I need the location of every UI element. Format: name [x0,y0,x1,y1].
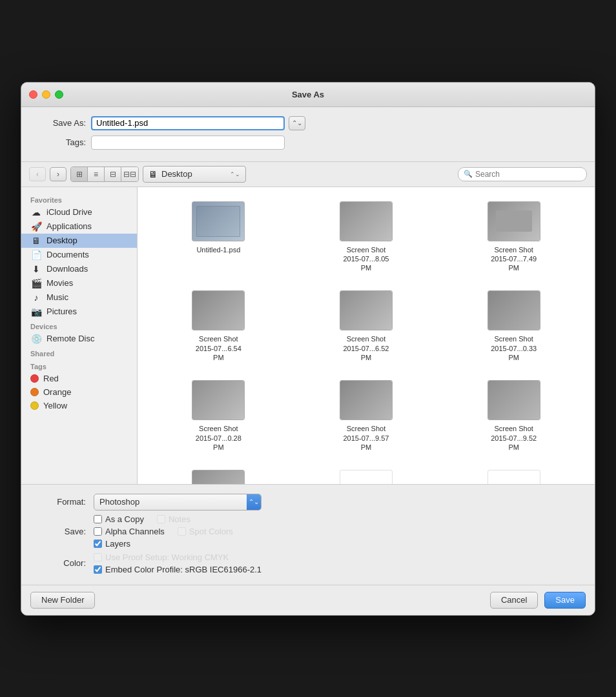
notes-label: Notes [169,514,190,524]
alpha-channels-checkbox-item[interactable]: Alpha Channels [94,527,165,536]
sidebar-item-tag-yellow[interactable]: Yellow [21,399,137,412]
file-item-ss3[interactable]: Screen Shot2015-07...6.54 PM [148,287,289,366]
location-selector[interactable]: 🖥 Desktop ⌃⌄ [143,166,246,183]
sidebar-item-tag-red[interactable]: Red [21,372,137,385]
back-button[interactable]: ‹ [29,167,46,181]
view-buttons: ⊞ ≡ ⊟ ⊟⊟ [70,167,139,182]
use-proof-setup-checkbox [94,553,102,561]
sidebar-item-applications[interactable]: 🚀 Applications [21,219,137,234]
file-thumb-ss2 [488,201,540,241]
color-row: Color: Use Proof Setup: Working CMYK Emb… [34,552,582,574]
sidebar-item-desktop[interactable]: 🖥 Desktop [21,234,137,248]
layers-checkbox-item[interactable]: Layers [94,539,130,549]
view-icon-button[interactable]: ⊞ [71,167,88,181]
spot-colors-checkbox [178,527,186,536]
save-options-row: Save: As a Copy Notes Alpha Channels [34,514,582,549]
search-box[interactable]: 🔍 [458,167,587,181]
embed-color-profile-checkbox[interactable] [94,565,102,574]
sidebar-item-pictures-label: Pictures [46,307,77,316]
expand-button[interactable]: ⌃⌄ [289,116,305,130]
file-thumb-placeholder1 [340,470,393,483]
pictures-icon: 📷 [30,307,42,317]
sidebar-item-movies[interactable]: 🎬 Movies [21,276,137,290]
alpha-channels-checkbox[interactable] [94,527,102,536]
alpha-channels-label: Alpha Channels [105,527,165,536]
save-button[interactable]: Save [544,592,586,609]
top-section: Save As: ⌃⌄ Tags: [21,107,595,162]
file-item-ss6[interactable]: Screen Shot2015-07...0.28 PM [148,376,289,456]
search-input[interactable] [475,170,581,179]
sidebar-item-downloads[interactable]: ⬇ Downloads [21,262,137,276]
content-area: Favorites ☁ iCloud Drive 🚀 Applications … [21,187,595,484]
close-button[interactable] [29,90,37,99]
traffic-lights [29,90,63,99]
toolbar: ‹ › ⊞ ≡ ⊟ ⊟⊟ 🖥 Desktop ⌃⌄ 🔍 [21,162,595,187]
file-item-ss4[interactable]: Screen Shot2015-07...6.52 PM [296,287,437,366]
sidebar-item-applications-label: Applications [46,221,92,231]
cancel-button[interactable]: Cancel [490,592,538,609]
tags-row: Tags: [34,136,582,150]
file-thumb-psd [192,201,245,241]
forward-button[interactable]: › [50,167,67,181]
file-item-ss1[interactable]: Screen Shot2015-07...8.05 PM [296,197,437,277]
documents-icon: 📄 [30,250,42,260]
view-columns-button[interactable]: ⊟ [105,167,121,181]
file-item-ss7[interactable]: Screen Shot2015-07...9.57 PM [296,376,437,456]
file-thumb-ss1 [340,201,393,241]
layers-checkbox[interactable] [94,540,102,548]
color-label: Color: [34,558,86,568]
as-copy-checkbox[interactable] [94,515,102,523]
sidebar-item-documents[interactable]: 📄 Documents [21,248,137,262]
save-as-row: Save As: ⌃⌄ [34,116,582,130]
minimize-button[interactable] [42,90,50,99]
sidebar-item-music[interactable]: ♪ Music [21,290,137,305]
save-options-label: Save: [34,527,86,536]
sidebar-item-pictures[interactable]: 📷 Pictures [21,305,137,319]
sidebar-item-remote-disc-label: Remote Disc [46,334,94,343]
file-item-psd[interactable]: Untitled-1.psd [148,197,289,277]
maximize-button[interactable] [55,90,63,99]
sidebar: Favorites ☁ iCloud Drive 🚀 Applications … [21,187,138,484]
file-thumb-ss4 [340,290,393,330]
icloud-icon: ☁ [30,207,42,217]
yellow-tag-dot [30,401,39,410]
filename-input[interactable] [91,116,285,130]
file-label-ss1: Screen Shot2015-07...8.05 PM [337,245,395,273]
footer-buttons: New Folder Cancel Save [21,585,595,615]
new-folder-button[interactable]: New Folder [30,592,95,609]
file-item-ss8[interactable]: Screen Shot2015-07...9.52 PM [443,376,584,456]
sidebar-item-downloads-label: Downloads [46,264,88,274]
tags-label: Tags: [34,137,86,147]
file-item-ss5[interactable]: Screen Shot2015-07...0.33 PM [443,287,584,366]
search-icon: 🔍 [464,170,473,178]
sidebar-item-remote-disc[interactable]: 💿 Remote Disc [21,332,137,346]
sidebar-item-icloud[interactable]: ☁ iCloud Drive [21,205,137,219]
use-proof-setup-label: Use Proof Setup: Working CMYK [105,552,229,562]
layers-label: Layers [105,539,130,549]
file-item-placeholder2 [443,466,584,483]
spot-colors-label: Spot Colors [189,527,233,536]
tag-red-label: Red [43,374,59,383]
notes-checkbox-item: Notes [157,514,190,524]
files-grid: Untitled-1.psd Screen Shot2015-07...8.05… [148,197,584,484]
view-cover-button[interactable]: ⊟⊟ [121,167,138,181]
file-item-ss9[interactable] [148,466,289,483]
embed-color-profile-checkbox-item[interactable]: Embed Color Profile: sRGB IEC61966-2.1 [94,565,262,574]
as-copy-checkbox-item[interactable]: As a Copy [94,514,144,524]
file-thumb-ss9 [192,470,245,483]
file-item-ss2[interactable]: Screen Shot2015-07...7.49 PM [443,197,584,277]
format-selector[interactable]: Photoshop ⌃⌄ [94,494,262,510]
downloads-icon: ⬇ [30,264,42,274]
title-bar: Save As [21,83,595,107]
sidebar-item-tag-orange[interactable]: Orange [21,385,137,399]
tags-header: Tags [21,359,137,372]
format-label: Format: [34,497,86,507]
view-list-button[interactable]: ≡ [88,167,105,181]
file-label-ss2: Screen Shot2015-07...7.49 PM [485,245,543,273]
tags-input[interactable] [91,136,285,150]
tag-orange-label: Orange [43,387,71,397]
file-label-ss3: Screen Shot2015-07...6.54 PM [189,334,247,362]
color-checkboxes: Use Proof Setup: Working CMYK Embed Colo… [94,552,262,574]
movies-icon: 🎬 [30,278,42,288]
bottom-section: Format: Photoshop ⌃⌄ Save: As a Copy Not… [21,484,595,585]
